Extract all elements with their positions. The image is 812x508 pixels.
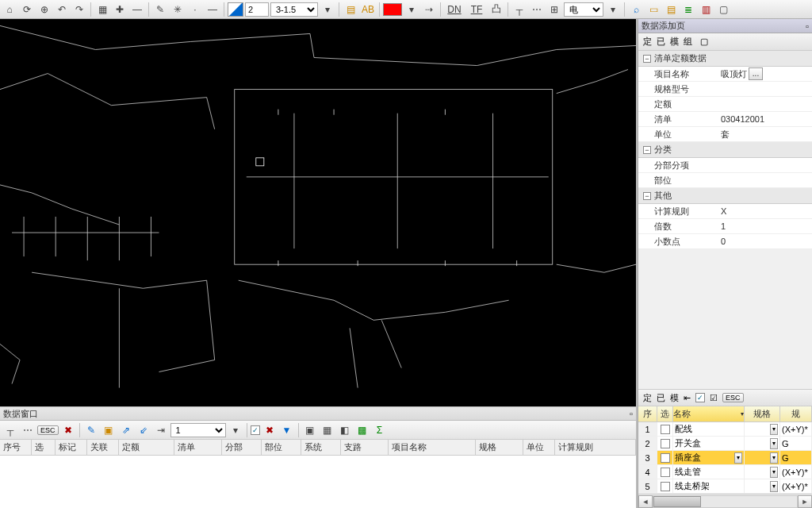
grid-esc-button[interactable]: ESC — [722, 393, 744, 402]
wire-combo[interactable]: 3-1.5 — [270, 2, 318, 17]
dw-esc-button[interactable]: ESC — [37, 425, 59, 435]
sg-head-rule[interactable]: 规 — [780, 406, 812, 421]
sg-cell-checkbox[interactable] — [657, 437, 673, 450]
pin-icon[interactable]: ▫ — [630, 409, 633, 418]
sg-cell-checkbox[interactable] — [657, 479, 673, 493]
chevron-down-icon[interactable]: ▾ — [770, 452, 778, 464]
snap-icon[interactable]: ✳ — [170, 2, 186, 17]
undo-icon[interactable]: ↶ — [54, 2, 70, 17]
dw-check1[interactable]: ✓ — [251, 425, 260, 435]
prop-rule-value[interactable]: X — [718, 206, 812, 216]
dropdown-icon[interactable]: ▾ — [320, 2, 335, 17]
sg-row[interactable]: 4线走管▾(X+Y)* — [638, 465, 812, 479]
sg-cell-checkbox[interactable] — [657, 465, 673, 479]
sg-cell-name[interactable]: 插座盒▾ — [673, 451, 745, 464]
ellipsis-button[interactable]: ... — [749, 67, 763, 80]
dw-head-link[interactable]: 关联 — [87, 440, 119, 455]
sg-cell-spec[interactable]: ▾ — [745, 479, 780, 493]
dw-tool3-icon[interactable]: ⇙ — [136, 422, 151, 438]
section-category[interactable]: −分类 — [638, 142, 812, 158]
sg-head-spec[interactable]: 规格 — [745, 406, 780, 421]
side-tab-yi[interactable]: 已 — [657, 36, 665, 48]
dw-box2-icon[interactable]: ▦ — [320, 422, 335, 438]
swatch-icon[interactable] — [228, 2, 243, 17]
sg-cell-spec[interactable]: ▾ — [745, 465, 780, 479]
chevron-down-icon[interactable]: ▾ — [770, 481, 778, 492]
dots-icon[interactable]: ⋯ — [529, 2, 545, 17]
tree-icon[interactable]: ┬ — [511, 2, 527, 17]
plus-icon[interactable]: ⊞ — [546, 2, 562, 17]
chevron-down-icon[interactable]: ▾ — [770, 424, 778, 435]
line-icon[interactable]: — — [129, 2, 145, 17]
dw-head-unit[interactable]: 单位 — [523, 440, 555, 455]
cad-canvas[interactable] — [0, 19, 636, 406]
cross-icon[interactable]: ✚ — [112, 2, 128, 17]
refresh-icon[interactable]: ⟳ — [19, 2, 35, 17]
dw-head-rule[interactable]: 计算规则 — [555, 440, 636, 455]
sg-cell-rule[interactable]: (X+Y)* — [780, 465, 812, 479]
sg-cell-checkbox[interactable] — [657, 422, 673, 436]
sg-cell-rule[interactable]: (X+Y)* — [780, 422, 812, 436]
side-tab-ding[interactable]: 定 — [643, 36, 652, 48]
prop-unit-value[interactable]: 套 — [718, 129, 812, 140]
sg-head-seq[interactable]: 序 — [638, 406, 657, 421]
prop-list-value[interactable]: 030412001 — [718, 114, 812, 124]
sg-row[interactable]: 5线走桥架▾(X+Y)* — [638, 479, 812, 494]
text-icon[interactable]: AB — [360, 2, 376, 17]
dw-head-sys[interactable]: 系统 — [301, 440, 341, 455]
sg-cell-spec[interactable]: ▾ — [745, 422, 780, 436]
sg-cell-rule[interactable]: G — [780, 451, 812, 464]
dn-button[interactable]: DN — [444, 2, 465, 17]
dw-xls-icon[interactable]: ▩ — [354, 422, 370, 438]
scroll-right-icon[interactable]: ► — [798, 495, 812, 508]
sg-cell-spec[interactable]: ▾ — [745, 437, 780, 450]
prop-dec-value[interactable]: 0 — [718, 237, 812, 246]
grid-tab-yi[interactable]: 已 — [657, 392, 665, 404]
sg-cell-checkbox[interactable] — [657, 451, 673, 464]
chevron-down-icon[interactable]: ▾ — [770, 438, 778, 449]
home-icon[interactable]: ⌂ — [2, 2, 17, 17]
side-tab-zu[interactable]: 组 — [684, 36, 692, 48]
dw-tool1-icon[interactable]: ▣ — [101, 422, 117, 438]
color-swatch[interactable] — [383, 3, 402, 16]
dw-dd-icon[interactable]: ▾ — [228, 422, 243, 438]
sg-cell-spec[interactable]: ▾ — [745, 451, 780, 464]
dw-head-sel[interactable]: 选 — [32, 440, 56, 455]
side-hscroll[interactable]: ◄ ► — [638, 494, 812, 508]
dw-indent-icon[interactable]: ⇥ — [153, 422, 169, 438]
dw-tool2-icon[interactable]: ⇗ — [118, 422, 134, 438]
note-icon[interactable]: ▤ — [663, 2, 679, 17]
dw-dots-icon[interactable]: ⋯ — [20, 422, 36, 438]
pen-icon[interactable]: ✎ — [152, 2, 168, 17]
dropdown2-icon[interactable]: ▾ — [404, 2, 419, 17]
dw-filter-icon[interactable]: ▼ — [279, 422, 295, 438]
dw-combo[interactable]: 1 — [170, 423, 226, 437]
section-list-quota[interactable]: −清单定额数据 — [638, 51, 812, 67]
scroll-left-icon[interactable]: ◄ — [638, 495, 653, 508]
sg-cell-rule[interactable]: G — [780, 437, 812, 450]
dw-head-part[interactable]: 分部 — [222, 440, 262, 455]
dw-head-pos[interactable]: 部位 — [262, 440, 301, 455]
layer-combo[interactable]: 电 — [564, 2, 603, 17]
grid-icon[interactable]: ▦ — [94, 2, 110, 17]
dw-box1-icon[interactable]: ▣ — [302, 422, 318, 438]
dropdown3-icon[interactable]: ▾ — [605, 2, 621, 17]
chevron-down-icon[interactable]: ▾ — [770, 467, 778, 478]
side-tab-mo[interactable]: 模 — [670, 36, 679, 48]
grid-tab-mo[interactable]: 模 — [670, 392, 679, 404]
ruler-icon[interactable]: ≣ — [680, 2, 696, 17]
dw-head-quota[interactable]: 定额 — [119, 440, 174, 455]
dw-x-icon[interactable]: ✖ — [262, 422, 278, 438]
doc-icon[interactable]: ▢ — [715, 2, 731, 17]
prop-project-name-value[interactable]: 吸顶灯 — [721, 68, 747, 80]
data-window-rows[interactable] — [0, 456, 636, 508]
dw-del-icon[interactable]: ✖ — [60, 422, 76, 438]
sg-row[interactable]: 1配线▾(X+Y)* — [638, 422, 812, 437]
dw-tree-icon[interactable]: ┬ — [2, 422, 18, 438]
sg-head-sel[interactable]: 选 — [657, 406, 673, 421]
sg-cell-name[interactable]: 线走桥架 — [673, 479, 745, 493]
dw-box3-icon[interactable]: ◧ — [337, 422, 353, 438]
redo-icon[interactable]: ↷ — [71, 2, 87, 17]
dw-edit-icon[interactable]: ✎ — [83, 422, 99, 438]
calc-icon[interactable]: ▤ — [343, 2, 358, 17]
